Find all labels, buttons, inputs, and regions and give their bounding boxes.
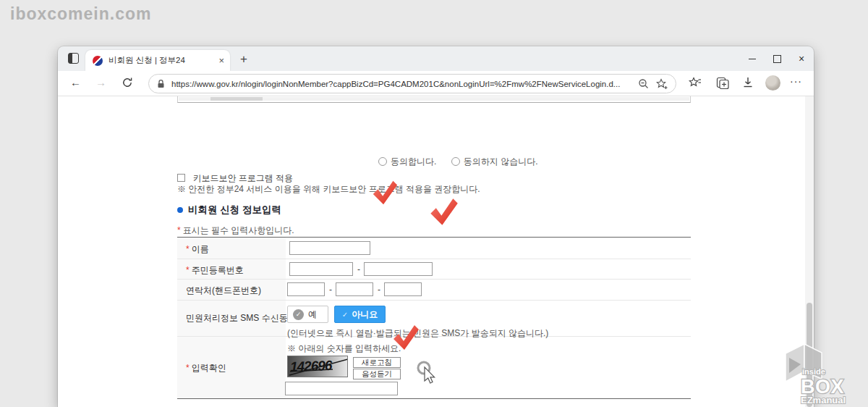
agree-radio-group: 동의합니다. 동의하지 않습니다. (378, 154, 537, 168)
keyboard-security-note: ※ 안전한 정부24 서비스 이용을 위해 키보드보안 프로그램 적용을 권장합… (177, 183, 480, 196)
phone-separator: - (329, 285, 332, 295)
name-input[interactable] (289, 241, 370, 255)
section-title: 비회원 신청 정보입력 (188, 204, 281, 217)
required-mark: * (177, 225, 181, 235)
insidebox-logo: inside BOX EZmanual (783, 340, 859, 407)
rrn-label: *주민등록번호 (186, 264, 244, 277)
annotation-check-1 (370, 178, 399, 207)
zoom-out-icon[interactable] (638, 78, 650, 90)
keyboard-security-label: 키보드보안 프로그램 적용 (192, 173, 293, 183)
phone-separator: - (378, 285, 380, 295)
rrn-back-input[interactable] (364, 262, 433, 276)
tab-close-icon[interactable]: × (218, 55, 224, 66)
browser-tab[interactable]: 비회원 신청 | 정부24 × (85, 50, 230, 71)
agree-radio-label: 동의합니다. (391, 156, 436, 167)
phone-part1-input[interactable] (287, 282, 325, 296)
row-divider (177, 279, 691, 280)
new-tab-button[interactable]: + (240, 52, 247, 67)
lock-icon (156, 79, 166, 89)
phone-part3-input[interactable] (384, 282, 422, 296)
captcha-refresh-button[interactable]: 새로고침 (353, 357, 401, 368)
row-divider (177, 259, 691, 259)
captcha-image: 142696 (287, 356, 348, 377)
refresh-icon[interactable] (122, 77, 133, 88)
favorite-add-icon[interactable] (656, 78, 668, 90)
rrn-front-input[interactable] (289, 262, 353, 276)
collections-icon[interactable] (716, 77, 730, 90)
required-mark: * (186, 244, 190, 254)
tab-actions-icon[interactable] (68, 53, 79, 64)
captcha-instruction: ※ 아래의 숫자를 입력하세요. (287, 343, 401, 355)
forward-button[interactable]: → (95, 76, 106, 88)
required-note: *표시는 필수 입력사항입니다. (177, 223, 294, 237)
name-label: *이름 (186, 243, 209, 256)
required-mark: * (186, 265, 190, 275)
logo-line-ezmanual: EZmanual (801, 395, 846, 406)
agreement-hscroll-thumb[interactable] (210, 97, 263, 101)
agree-radio[interactable] (378, 157, 387, 166)
browser-toolbar: ← → https://www.gov.kr/nlogin/loginNonMe… (58, 71, 814, 96)
agreement-box-bottom (177, 96, 691, 103)
required-mark: * (186, 363, 190, 373)
check-circle-icon: ✓ (293, 309, 304, 320)
minimize-button[interactable] (740, 46, 765, 71)
rrn-separator: - (357, 264, 360, 274)
disagree-radio-label: 동의하지 않습니다. (464, 156, 538, 167)
row-divider (177, 300, 691, 301)
section-bullet-icon (177, 207, 183, 213)
check-icon: ✓ (342, 311, 348, 319)
phone-label: 연락처(핸드폰번호) (186, 285, 261, 297)
section-header: 비회원 신청 정보입력 (177, 204, 281, 217)
screenshot-stage: iboxcomein.com 비회원 신청 | 정부24 × + × ← → (0, 0, 868, 407)
settings-menu-icon[interactable]: ··· (790, 75, 802, 87)
phone-part2-input[interactable] (336, 282, 373, 296)
window-close-button[interactable]: × (789, 46, 814, 71)
captcha-voice-button[interactable]: 음성듣기 (353, 369, 401, 379)
sms-consent-label: 민원처리정보 SMS 수신동의 (186, 312, 297, 324)
maximize-button[interactable] (765, 46, 789, 71)
url-text: https://www.gov.kr/nlogin/loginNonMember… (171, 80, 634, 88)
logo-line-inside: inside (802, 367, 825, 376)
favorites-bar-icon[interactable] (689, 77, 702, 89)
keyboard-security-checkbox[interactable] (177, 174, 185, 182)
annotation-check-3 (391, 323, 421, 352)
browser-titlebar: 비회원 신청 | 정부24 × + × (58, 46, 814, 71)
sms-yes-button[interactable]: ✓ 예 (287, 306, 328, 323)
captcha-label: *입력확인 (186, 362, 226, 374)
captcha-strike-lines (288, 356, 348, 377)
profile-avatar[interactable] (765, 75, 780, 91)
agreement-hscrollbar (179, 97, 689, 101)
download-icon[interactable] (742, 77, 754, 89)
site-watermark: iboxcomein.com (10, 4, 151, 24)
disagree-radio[interactable] (451, 157, 460, 166)
address-bar[interactable]: https://www.gov.kr/nlogin/loginNonMember… (148, 74, 676, 93)
mouse-cursor (414, 358, 443, 388)
tab-title: 비회원 신청 | 정부24 (109, 55, 214, 66)
back-button[interactable]: ← (70, 76, 81, 88)
annotation-check-2 (427, 196, 460, 227)
sms-no-button[interactable]: ✓ 아니요 (334, 306, 386, 323)
gov24-favicon (93, 56, 103, 66)
captcha-input[interactable] (285, 382, 398, 395)
required-note-text: 표시는 필수 입력사항입니다. (183, 225, 294, 235)
